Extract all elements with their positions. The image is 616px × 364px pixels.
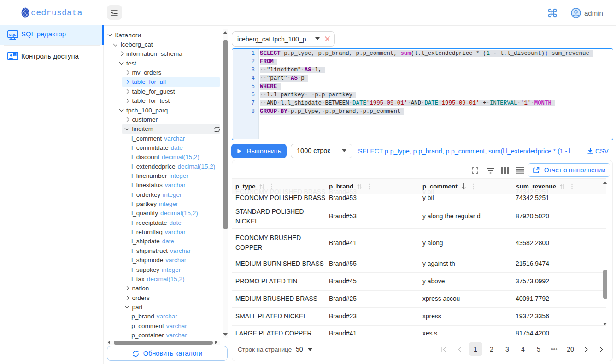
svg-text:SQL: SQL (9, 33, 17, 37)
